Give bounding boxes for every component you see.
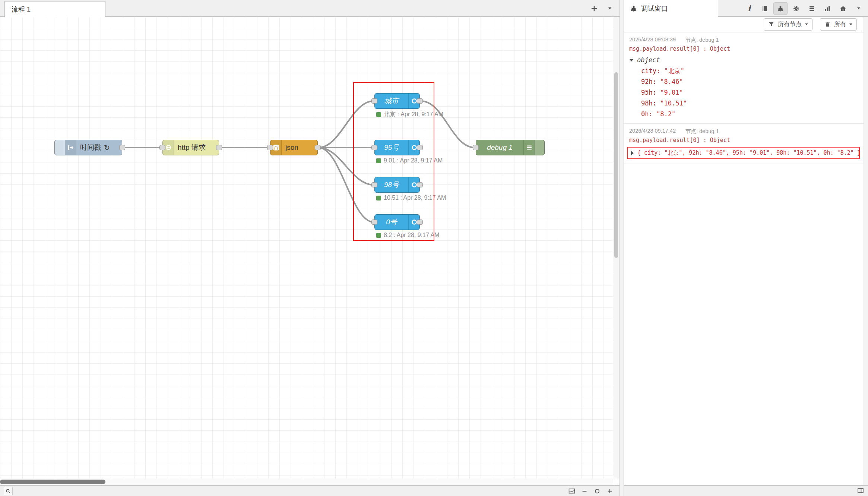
zoom-in-button[interactable] [605, 487, 614, 496]
tabbar-actions [588, 0, 616, 17]
caret-right-icon [631, 151, 634, 155]
inject-node-label: 时间戳 ↻ [76, 140, 122, 155]
add-flow-button[interactable] [588, 3, 600, 15]
output-port[interactable] [417, 219, 423, 225]
debug-payload-path: msg.payload.result[0] : Object [624, 136, 864, 145]
node-95[interactable]: 95号 [374, 140, 420, 155]
circle-icon [594, 488, 601, 495]
node-0[interactable]: 0号 [374, 214, 420, 230]
node-red-app: 流程 1 [0, 0, 868, 496]
flow-canvas[interactable]: 时间戳 ↻ http 请求 {} [0, 17, 620, 485]
filter-nodes-button[interactable]: 所有节点 [764, 18, 812, 31]
info-icon: i [748, 4, 751, 12]
entry-value: "8.46" [660, 78, 683, 85]
input-port[interactable] [159, 145, 165, 150]
input-port[interactable] [371, 219, 377, 225]
navigator-toggle-button[interactable] [567, 487, 576, 496]
status-dot-icon [376, 112, 381, 117]
zoom-reset-button[interactable] [593, 487, 602, 496]
debug-message[interactable]: 2026/4/28 09:08:39 节点: debug 1 msg.paylo… [624, 32, 864, 124]
input-port[interactable] [371, 98, 377, 104]
node-label-text: json [285, 143, 298, 152]
debug-tab-button[interactable] [773, 2, 788, 15]
input-port[interactable] [267, 145, 273, 150]
debug-enable-toggle[interactable] [535, 140, 544, 155]
vertical-scroll-thumb[interactable] [614, 72, 618, 258]
collapsed-object-text: { city: "北京", 92h: "8.46", 95h: "9.01", … [637, 149, 860, 157]
workspace-tab-label: 流程 1 [12, 5, 31, 14]
search-button[interactable] [4, 487, 13, 495]
sidebar-tab-label: 调试窗口 [641, 4, 668, 13]
node-city[interactable]: 城市 [374, 93, 420, 109]
object-collapse-row[interactable]: object [629, 55, 858, 66]
horizontal-scroll-thumb[interactable] [0, 480, 105, 484]
help-tab-button[interactable] [758, 2, 772, 15]
clear-messages-label: 所有 [834, 20, 846, 28]
chevron-down-icon [849, 23, 852, 25]
node-98[interactable]: 98号 [374, 177, 420, 193]
collapsed-object-row[interactable]: { city: "北京", 92h: "8.46", 95h: "9.01", … [627, 147, 860, 159]
entry-key: 92h [641, 78, 660, 85]
status-dot-icon [376, 196, 381, 200]
info-tab-button[interactable]: i [742, 2, 756, 15]
bar-chart-icon [824, 5, 831, 12]
n95-node-label: 95号 [375, 140, 408, 155]
debug-message[interactable]: 2026/4/28 09:17:42 节点: debug 1 msg.paylo… [624, 124, 864, 164]
input-port[interactable] [371, 182, 377, 187]
bug-icon [630, 5, 637, 12]
sidebar-resizer[interactable] [620, 0, 624, 496]
debug-source-node: 节点: debug 1 [685, 128, 719, 135]
debug-object-tree: object city"北京" 92h"8.46" 95h"9.01" 98h"… [624, 53, 864, 120]
zoom-out-button[interactable] [580, 487, 589, 496]
gear-icon [792, 5, 800, 12]
entry-value: "10.51" [660, 99, 687, 107]
node-json-parser[interactable]: {} json [270, 140, 318, 155]
flow-list-menu-button[interactable] [604, 3, 616, 15]
debug-message-header: 2026/4/28 09:08:39 节点: debug 1 [624, 32, 864, 44]
input-port[interactable] [371, 145, 377, 150]
status-text: 9.01 : Apr 28, 9:17 AM [384, 157, 443, 164]
input-port[interactable] [473, 145, 479, 150]
wire[interactable] [319, 101, 374, 148]
sidebar-expand-button[interactable] [856, 486, 865, 495]
node-label-text: 98号 [384, 180, 399, 190]
context-data-button[interactable] [805, 2, 819, 15]
node-debug-1[interactable]: debug 1 [476, 140, 545, 155]
output-port[interactable] [216, 145, 222, 150]
wire[interactable] [421, 101, 475, 148]
sidebar-toolbar: i [742, 0, 866, 17]
entry-value: "北京" [664, 67, 684, 75]
debug-timestamp: 2026/4/28 09:08:39 [629, 37, 676, 44]
chevron-down-icon [857, 7, 860, 9]
sidebar-tab-debug[interactable]: 调试窗口 [624, 0, 718, 17]
output-port[interactable] [417, 182, 423, 187]
dashboard-chart-button[interactable] [820, 2, 834, 15]
minus-icon [581, 488, 588, 495]
inject-trigger-button[interactable] [55, 140, 65, 155]
chevron-down-icon [805, 23, 808, 25]
home-tab-button[interactable] [836, 2, 850, 15]
output-port[interactable] [315, 145, 321, 150]
wire[interactable] [319, 148, 374, 222]
config-nodes-button[interactable] [789, 2, 803, 15]
output-port[interactable] [417, 145, 423, 150]
output-port[interactable] [119, 145, 125, 150]
node-inject-timestamp[interactable]: 时间戳 ↻ [54, 140, 122, 155]
node-status-95: 9.01 : Apr 28, 9:17 AM [376, 157, 443, 164]
list-lines-icon [523, 140, 535, 155]
clear-messages-button[interactable]: 所有 [820, 18, 857, 31]
sidebar-header: 调试窗口 i [624, 0, 868, 17]
workspace-tab-flow1[interactable]: 流程 1 [4, 1, 105, 17]
sidebar-scrollbar[interactable] [864, 17, 868, 485]
status-text: 10.51 : Apr 28, 9:17 AM [384, 195, 446, 201]
canvas-horizontal-scrollbar[interactable] [0, 478, 613, 485]
entry-key: 0h [641, 110, 656, 118]
bug-icon [777, 5, 784, 12]
node-http-request[interactable]: http 请求 [162, 140, 219, 155]
object-entry: city"北京" [629, 66, 858, 76]
canvas-vertical-scrollbar[interactable] [613, 17, 620, 478]
home-icon [839, 5, 847, 12]
wire[interactable] [319, 148, 374, 185]
output-port[interactable] [417, 98, 423, 104]
sidebar-menu-button[interactable] [852, 2, 866, 15]
